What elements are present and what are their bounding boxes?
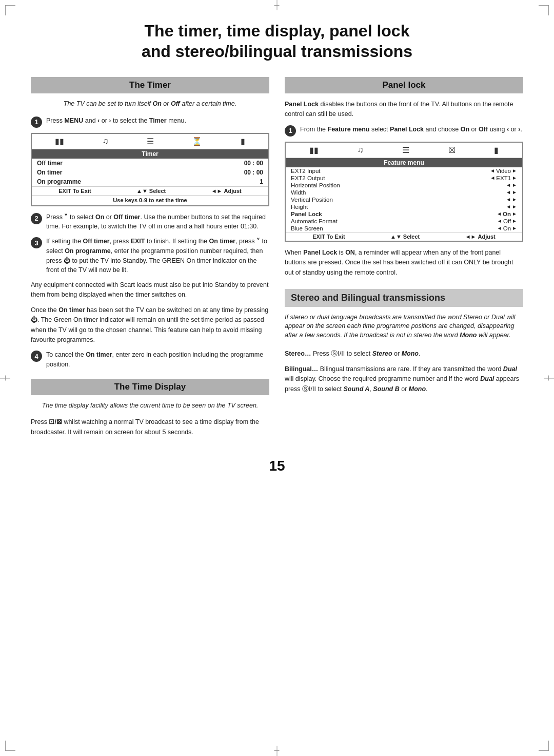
feat-panellock-value: ◄ On ► <box>497 211 517 217</box>
feat-row-panellock: Panel Lock ◄ On ► <box>286 210 522 218</box>
panel-lock-header: Panel lock <box>285 77 523 93</box>
feat-footer-select: ▲▼ Select <box>390 234 420 240</box>
feat-ext2output-label: EXT2 Output <box>291 175 325 181</box>
time-display-body: Press ⊡/⊠ whilst watching a normal TV br… <box>31 417 269 437</box>
timer-intro: The TV can be set to turn itself On or O… <box>31 100 269 109</box>
crosshair-top <box>277 0 278 10</box>
timer-step-2: 2 Press ˅ to select On or Off timer. Use… <box>31 212 269 232</box>
timer-menu-header: Timer <box>32 149 268 159</box>
timer-step-1: 1 Press MENU and ‹ or › to select the Ti… <box>31 116 269 128</box>
page-title: The timer, time display, panel lock and … <box>31 21 523 62</box>
panel-lock-body: When Panel Lock is ON, a reminder will a… <box>285 248 523 278</box>
feat-row-autoformat: Automatic Format ◄ Off ► <box>286 218 522 225</box>
time-display-header: The Time Display <box>31 379 269 395</box>
feat-vpos-label: Vertical Position <box>291 197 333 203</box>
feat-icon-doc: ▮ <box>494 145 499 155</box>
feat-icon-list: ☰ <box>402 145 409 155</box>
feat-row-hpos: Horizontal Position ◄► <box>286 182 522 189</box>
crosshair-left <box>0 378 10 378</box>
feat-row-vpos: Vertical Position ◄► <box>286 196 522 203</box>
stereo-stereo-text: Stereo… Press ⓈI/II to select Stereo or … <box>285 349 523 359</box>
menu-icon-music: ♫ <box>103 137 109 146</box>
footer-select: ▲▼ Select <box>136 188 166 194</box>
timer-programme-label: On programme <box>37 178 81 185</box>
feat-row-width: Width ◄► <box>286 189 522 196</box>
left-column: The Timer The TV can be set to turn itse… <box>31 77 269 442</box>
timer-extra-hint: Use keys 0-9 to set the time <box>32 195 268 205</box>
step-text-4: To cancel the On timer, enter zero in ea… <box>46 350 269 370</box>
feat-vpos-value: ◄► <box>506 197 517 203</box>
panel-lock-intro: Panel Lock disables the buttons on the f… <box>285 100 523 120</box>
timer-body-2: Once the On timer has been set the TV ca… <box>31 305 269 345</box>
timer-programme-value: 1 <box>260 178 263 185</box>
step-num-2: 2 <box>31 213 42 224</box>
feat-ext2input-label: EXT2 Input <box>291 168 321 174</box>
footer-exit: EXIT To Exit <box>58 188 91 194</box>
timer-step-4: 4 To cancel the On timer, enter zero in … <box>31 350 269 370</box>
timer-menu-footer: EXIT To Exit ▲▼ Select ◄► Adjust <box>32 186 268 195</box>
feat-autoformat-value: ◄ Off ► <box>497 218 517 224</box>
feat-hpos-value: ◄► <box>506 182 517 188</box>
panel-step-num-1: 1 <box>285 125 296 137</box>
feat-ext2output-value: ◄ EXT1 ► <box>490 175 517 181</box>
timer-menu: ▮▮ ♫ ☰ ⏳ ▮ Timer Off timer 00 : 00 On ti… <box>31 133 269 206</box>
feature-menu-icons: ▮▮ ♫ ☰ ☒ ▮ <box>286 143 522 158</box>
timer-step-3: 3 If setting the Off timer, press EXIT t… <box>31 237 269 275</box>
stereo-header: Stereo and Bilingual transmissions <box>285 289 523 307</box>
feat-row-bluescreen: Blue Screen ◄ On ► <box>286 225 522 232</box>
right-column: Panel lock Panel Lock disables the butto… <box>285 77 523 442</box>
step-text-3: If setting the Off timer, press EXIT to … <box>46 237 269 275</box>
step-num-4: 4 <box>31 351 42 362</box>
feature-menu: ▮▮ ♫ ☰ ☒ ▮ Feature menu EXT2 Input ◄ Vid… <box>285 142 523 242</box>
feat-icon-tv: ▮▮ <box>309 145 319 155</box>
panel-lock-step-1: 1 From the Feature menu select Panel Loc… <box>285 125 523 137</box>
time-display-intro: The time display facility allows the cur… <box>31 401 269 411</box>
feat-panellock-label: Panel Lock <box>291 211 322 217</box>
stereo-intro: If stereo or dual language broadcasts ar… <box>285 313 523 340</box>
step-text-2: Press ˅ to select On or Off timer. Use t… <box>46 212 269 232</box>
step-text-1: Press MENU and ‹ or › to select the Time… <box>46 116 186 126</box>
page-number: 15 <box>31 458 523 474</box>
timer-header: The Timer <box>31 77 269 93</box>
feat-bluescreen-label: Blue Screen <box>291 225 323 231</box>
feat-icon-x: ☒ <box>448 145 456 155</box>
timer-row-programme: On programme 1 <box>32 177 268 186</box>
timer-row-on: On timer 00 : 00 <box>32 168 268 177</box>
timer-on-value: 00 : 00 <box>244 169 263 176</box>
feat-hpos-label: Horizontal Position <box>291 182 340 188</box>
menu-icon-doc: ▮ <box>241 137 245 146</box>
step-num-1: 1 <box>31 117 42 128</box>
feat-bluescreen-value: ◄ On ► <box>497 225 517 231</box>
crosshair-bottom <box>277 746 278 756</box>
menu-icon-tv: ▮▮ <box>55 137 64 146</box>
feat-autoformat-label: Automatic Format <box>291 218 338 224</box>
crosshair-right <box>544 378 554 378</box>
menu-icon-timer: ⏳ <box>192 137 202 146</box>
timer-off-label: Off timer <box>37 160 63 167</box>
feat-height-label: Height <box>291 204 308 210</box>
feat-width-label: Width <box>291 189 306 196</box>
feat-ext2input-value: ◄ Video ► <box>490 168 517 174</box>
panel-step-text-1: From the Feature menu select Panel Lock … <box>300 125 522 134</box>
timer-row-off: Off timer 00 : 00 <box>32 159 268 168</box>
feat-footer-adjust: ◄► Adjust <box>465 234 496 240</box>
feat-row-ext2output: EXT2 Output ◄ EXT1 ► <box>286 175 522 182</box>
feat-row-ext2input: EXT2 Input ◄ Video ► <box>286 167 522 175</box>
corner-bl <box>5 741 15 751</box>
feat-icon-music: ♫ <box>357 145 363 155</box>
feat-height-value: ◄► <box>506 204 517 210</box>
feature-menu-footer: EXIT To Exit ▲▼ Select ◄► Adjust <box>286 232 522 241</box>
corner-tl <box>5 5 15 15</box>
feat-footer-exit: EXIT To Exit <box>312 234 345 240</box>
corner-tr <box>539 5 549 15</box>
corner-br <box>539 741 549 751</box>
timer-on-label: On timer <box>37 169 62 176</box>
step-num-3: 3 <box>31 237 42 248</box>
feat-row-height: Height ◄► <box>286 203 522 210</box>
footer-adjust: ◄► Adjust <box>211 188 242 194</box>
main-content: The Timer The TV can be set to turn itse… <box>31 77 523 442</box>
feat-width-value: ◄► <box>506 189 517 196</box>
feature-menu-header: Feature menu <box>286 158 522 167</box>
stereo-bilingual-text: Bilingual… Bilingual transmissions are r… <box>285 364 523 394</box>
timer-body-1: Any equipment connected with Scart leads… <box>31 280 269 300</box>
